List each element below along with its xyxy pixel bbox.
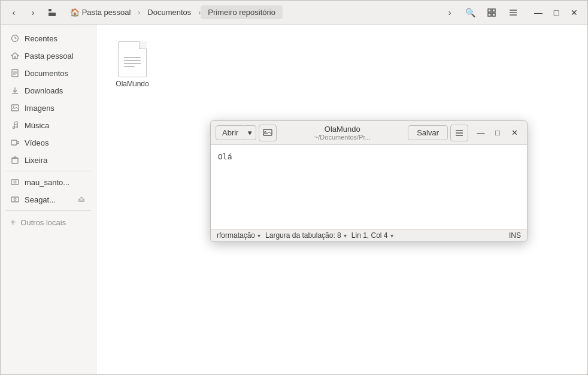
next-breadcrumb-button[interactable]: › [441, 4, 458, 21]
svg-marker-27 [17, 141, 19, 144]
sidebar-label-device2: Seagat... [25, 195, 56, 204]
editor-title-center: OlaMundo ~/Documentos/Pr... [279, 125, 405, 141]
breadcrumb-home-button[interactable]: 🏠 Pasta pessoal [63, 5, 138, 19]
file-icon-line-2 [124, 60, 141, 61]
eject-icon[interactable] [77, 195, 86, 204]
download-icon [10, 86, 20, 95]
file-icon-line-1 [124, 57, 141, 58]
file-icon-line-4 [124, 66, 135, 67]
back-button[interactable]: ‹ [5, 4, 22, 21]
main-file-area: OlaMundo Abrir ▾ [96, 25, 587, 374]
maximize-button[interactable]: □ [548, 4, 565, 21]
file-icon [118, 41, 147, 77]
editor-minimize-button[interactable]: — [473, 125, 489, 141]
window-controls: — □ ✕ [530, 4, 583, 21]
menu-button[interactable] [504, 4, 523, 21]
file-item-olamundo[interactable]: OlaMundo [108, 37, 156, 93]
sidebar-item-documentos[interactable]: Documentos [3, 65, 93, 81]
close-button[interactable]: ✕ [566, 4, 583, 21]
editor-maximize-button[interactable]: □ [490, 125, 505, 141]
sidebar-item-imagens[interactable]: Imagens [3, 99, 93, 116]
status-format-arrow: ▾ [257, 232, 260, 239]
status-mode-label: INS [509, 231, 521, 240]
content-area: Recentes Pasta pessoal [1, 25, 587, 374]
sidebar-label-musica: Música [25, 121, 49, 130]
search-button[interactable]: 🔍 [460, 4, 480, 21]
sidebar-label-downloads: Downloads [25, 86, 63, 95]
sidebar-item-musica[interactable]: Música [3, 117, 93, 134]
editor-title-name: OlaMundo [279, 125, 405, 134]
editor-menu-button[interactable] [450, 125, 468, 141]
device1-icon [10, 177, 20, 187]
svg-marker-13 [11, 53, 19, 59]
sidebar-label-imagens: Imagens [25, 104, 54, 113]
sidebar-separator-1 [5, 171, 91, 171]
up-button[interactable] [44, 4, 60, 21]
status-format-label: rformatação [217, 231, 255, 240]
editor-content-area[interactable]: Olá [211, 145, 527, 229]
minimize-button[interactable]: — [530, 4, 547, 21]
file-icon-line-3 [124, 63, 141, 64]
breadcrumb: 🏠 Pasta pessoal › Documentos › Primeiro … [63, 5, 439, 19]
sidebar-item-device2[interactable]: Seagat... [3, 191, 93, 208]
sidebar-label-recentes: Recentes [25, 34, 57, 43]
sidebar-item-pasta[interactable]: Pasta pessoal [3, 47, 93, 64]
editor-close-button[interactable]: ✕ [507, 125, 522, 141]
breadcrumb-repo-button[interactable]: Primeiro repositório [201, 5, 283, 19]
status-position-label: Lin 1, Col 4 [351, 231, 388, 240]
sidebar-item-videos[interactable]: Vídeos [3, 134, 93, 151]
trash-icon [10, 155, 20, 165]
editor-open-button[interactable]: Abrir [216, 125, 245, 140]
topbar: ‹ › 🏠 Pasta pessoal › Documentos › Prime… [1, 1, 587, 25]
svg-point-38 [14, 199, 15, 199]
svg-marker-39 [78, 197, 84, 200]
editor-statusbar: rformatação ▾ Largura da tabulação: 8 ▾ … [211, 229, 527, 241]
svg-rect-3 [488, 9, 491, 12]
text-editor: Abrir ▾ OlaMundo ~/Documentos/Pr... [210, 120, 528, 242]
editor-text: Olá [218, 152, 232, 161]
home-icon [10, 51, 20, 61]
editor-preview-button[interactable] [259, 125, 277, 141]
sidebar: Recentes Pasta pessoal [1, 25, 96, 374]
sidebar-label-device1: mau_santo... [25, 178, 69, 187]
file-icon-lines [124, 57, 141, 67]
svg-point-25 [16, 126, 18, 128]
topbar-right: 🔍 [460, 4, 523, 21]
file-label: OlaMundo [116, 80, 148, 88]
sidebar-item-device1[interactable]: mau_santo... [3, 174, 93, 190]
sidebar-separator-2 [5, 210, 91, 211]
status-position-arrow: ▾ [390, 232, 393, 239]
sidebar-item-downloads[interactable]: Downloads [3, 82, 93, 99]
status-position[interactable]: Lin 1, Col 4 ▾ [351, 231, 393, 240]
videos-icon [10, 138, 20, 147]
sidebar-item-lixeira[interactable]: Lixeira [3, 152, 93, 168]
images-icon [10, 103, 20, 113]
editor-open-dropdown-button[interactable]: ▾ [244, 125, 256, 140]
sidebar-label-pasta: Pasta pessoal [25, 52, 74, 61]
view-toggle-button[interactable] [482, 4, 501, 21]
add-icon: + [10, 217, 16, 228]
editor-save-button[interactable]: Salvar [408, 125, 448, 140]
svg-rect-5 [488, 13, 491, 16]
svg-point-21 [13, 106, 14, 107]
svg-rect-4 [492, 9, 495, 12]
editor-open-label: Abrir [222, 128, 238, 137]
svg-rect-6 [492, 13, 495, 16]
sidebar-label-lixeira: Lixeira [25, 156, 47, 165]
status-tab[interactable]: Largura da tabulação: 8 ▾ [265, 231, 347, 240]
forward-button[interactable]: › [25, 4, 41, 21]
sidebar-add-location[interactable]: + Outros locais [3, 213, 93, 231]
svg-rect-1 [49, 13, 56, 16]
sidebar-item-recentes[interactable]: Recentes [3, 30, 93, 47]
svg-rect-26 [11, 140, 17, 145]
music-icon [10, 120, 20, 130]
status-format[interactable]: rformatação ▾ [217, 231, 260, 240]
status-tab-arrow: ▾ [344, 232, 347, 239]
editor-window-controls: — □ ✕ [473, 125, 522, 141]
svg-point-35 [14, 182, 15, 182]
svg-point-24 [13, 127, 15, 129]
breadcrumb-docs-button[interactable]: Documentos [140, 5, 198, 19]
svg-rect-28 [12, 158, 18, 164]
sidebar-add-label: Outros locais [20, 218, 66, 227]
editor-titlebar: Abrir ▾ OlaMundo ~/Documentos/Pr... [211, 121, 527, 145]
